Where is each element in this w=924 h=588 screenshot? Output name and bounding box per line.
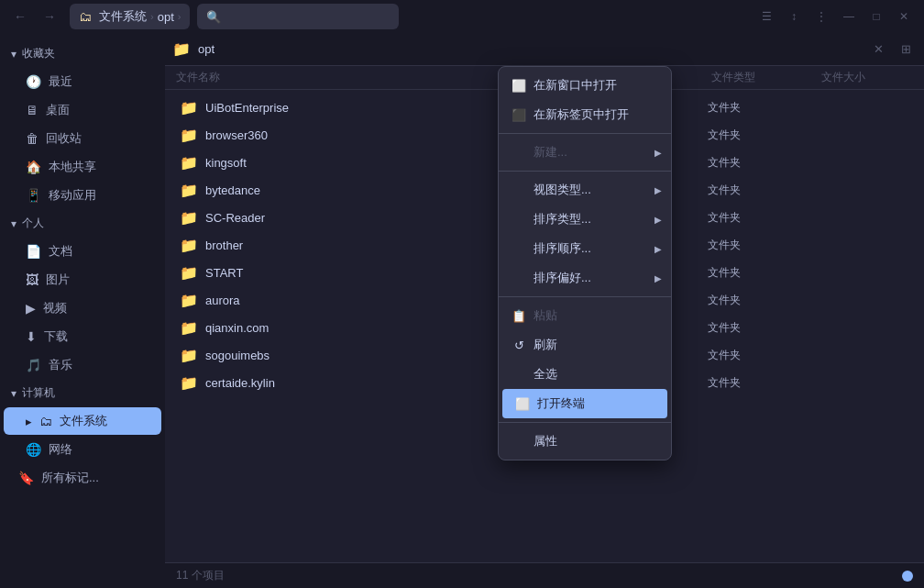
breadcrumb-filesystem[interactable]: 文件系统	[99, 8, 147, 25]
ctx-sep-4	[499, 422, 671, 423]
music-icon: 🎵	[26, 358, 41, 372]
desktop-icon: 🖥	[26, 103, 38, 117]
context-menu: ⬜ 在新窗口中打开 ⬛ 在新标签页中打开 新建... ▶ 视图类型... ▶	[498, 66, 672, 460]
folder-icon: 📁	[180, 237, 198, 254]
chevron-down-icon-computer: ▾	[11, 387, 16, 400]
breadcrumb-folder-icon: 🗂	[79, 9, 92, 24]
ctx-open-new-window[interactable]: ⬜ 在新窗口中打开	[499, 71, 671, 100]
folder-icon: 📁	[180, 347, 198, 364]
panel-folder-name: opt	[198, 42, 214, 56]
ctx-sort-order[interactable]: 排序顺序... ▶	[499, 234, 671, 263]
sidebar-item-videos[interactable]: ▶ 视频	[4, 294, 161, 322]
search-bar[interactable]: 🔍	[197, 4, 399, 29]
scroll-indicator	[902, 571, 913, 582]
document-icon: 📄	[26, 244, 41, 259]
folder-icon: 📁	[180, 127, 198, 144]
tab-icon: ⬛	[512, 108, 526, 122]
sidebar-item-filesystem[interactable]: ▸ 🗂 文件系统	[4, 407, 161, 435]
titlebar: ← → 🗂 文件系统 › opt › 🔍 ☰ ↕ ⋮ — □ ✕	[0, 0, 924, 33]
folder-icon: 📁	[180, 99, 198, 116]
ctx-sep-2	[499, 171, 671, 172]
sidebar-item-documents[interactable]: 📄 文档	[4, 238, 161, 265]
filesystem-icon: 🗂	[39, 414, 52, 428]
terminal-icon: ⬜	[515, 397, 530, 411]
sidebar-item-music[interactable]: 🎵 音乐	[4, 351, 161, 379]
breadcrumb-sep2: ›	[178, 11, 182, 22]
network-icon: 🌐	[26, 442, 41, 457]
breadcrumb-sep1: ›	[150, 11, 154, 22]
folder-icon: 📁	[180, 292, 198, 309]
titlebar-actions: ☰ ↕ ⋮ — □ ✕	[754, 4, 917, 29]
status-text: 11 个项目	[176, 568, 225, 583]
window-icon: ⬜	[512, 79, 526, 93]
folder-icon: 📁	[180, 374, 198, 392]
ctx-view-type[interactable]: 视图类型... ▶	[499, 175, 671, 205]
folder-icon: 📁	[180, 182, 198, 199]
col-type-header: 文件类型	[711, 70, 821, 85]
back-button[interactable]: ←	[7, 4, 33, 29]
folder-icon: 📁	[180, 154, 198, 172]
sidebar-item-downloads[interactable]: ⬇ 下载	[4, 323, 161, 350]
sidebar-item-pictures[interactable]: 🖼 图片	[4, 266, 161, 294]
chevron-down-icon: ▾	[11, 48, 16, 61]
ctx-refresh[interactable]: ↺ 刷新	[499, 330, 671, 360]
recent-icon: 🕐	[26, 74, 41, 89]
sidebar-item-recent[interactable]: 🕐 最近	[4, 68, 161, 95]
folder-icon: 📁	[180, 319, 198, 337]
breadcrumb-opt[interactable]: opt	[158, 10, 174, 24]
ctx-open-terminal[interactable]: ⬜ 打开终端	[502, 389, 667, 418]
file-panel-header: 📁 opt ✕ ⊞	[165, 33, 924, 66]
home-icon: 🏠	[26, 160, 41, 174]
panel-close-button[interactable]: ✕	[869, 40, 887, 59]
sidebar-item-trash[interactable]: 🗑 回收站	[4, 125, 161, 152]
ctx-select-all[interactable]: 全选	[499, 360, 671, 389]
sidebar-item-mobile[interactable]: 📱 移动应用	[4, 182, 161, 209]
ctx-new: 新建... ▶	[499, 138, 671, 167]
ctx-open-new-tab[interactable]: ⬛ 在新标签页中打开	[499, 100, 671, 129]
sidebar-item-desktop[interactable]: 🖥 桌面	[4, 96, 161, 124]
minimize-button[interactable]: —	[836, 4, 862, 29]
refresh-icon: ↺	[512, 338, 526, 352]
submenu-arrow-new: ▶	[654, 148, 662, 158]
video-icon: ▶	[26, 301, 36, 316]
main-layout: ▾ 收藏夹 🕐 最近 🖥 桌面 🗑 回收站 🏠 本地共享 📱 移动应用 ▾ 个人	[0, 33, 924, 588]
list-view-button[interactable]: ☰	[754, 4, 779, 29]
search-icon: 🔍	[206, 10, 221, 24]
panel-title-bar: 📁 opt	[172, 40, 869, 58]
submenu-arrow-view: ▶	[654, 185, 662, 195]
sidebar-item-all-bookmarks[interactable]: 🔖 所有标记...	[4, 464, 161, 492]
col-size-header: 文件大小	[821, 70, 913, 85]
sidebar-section-personal[interactable]: ▾ 个人	[0, 210, 165, 237]
sidebar-item-local-share[interactable]: 🏠 本地共享	[4, 153, 161, 181]
panel-folder-icon: 📁	[172, 40, 191, 58]
mobile-icon: 📱	[26, 188, 41, 203]
sort-button[interactable]: ↕	[781, 4, 807, 29]
ctx-paste: 📋 粘贴	[499, 301, 671, 330]
trash-icon: 🗑	[26, 131, 38, 146]
folder-icon: 📁	[180, 209, 198, 227]
close-button[interactable]: ✕	[891, 4, 917, 29]
submenu-arrow-sort-type: ▶	[654, 215, 662, 225]
grid-view-button[interactable]: ⊞	[895, 39, 917, 61]
breadcrumb[interactable]: 🗂 文件系统 › opt ›	[70, 4, 190, 29]
expand-icon: ▸	[26, 415, 32, 428]
forward-button[interactable]: →	[37, 4, 62, 29]
sidebar: ▾ 收藏夹 🕐 最近 🖥 桌面 🗑 回收站 🏠 本地共享 📱 移动应用 ▾ 个人	[0, 33, 165, 588]
ctx-properties[interactable]: 属性	[499, 427, 671, 456]
submenu-arrow-sort-pref: ▶	[654, 273, 662, 283]
sidebar-item-network[interactable]: 🌐 网络	[4, 436, 161, 463]
nav-buttons: ← →	[7, 4, 62, 29]
bookmark-icon: 🔖	[18, 471, 34, 485]
ctx-sort-type[interactable]: 排序类型... ▶	[499, 205, 671, 234]
ctx-sort-pref[interactable]: 排序偏好... ▶	[499, 263, 671, 293]
sidebar-section-collections[interactable]: ▾ 收藏夹	[0, 40, 165, 67]
sidebar-section-computer[interactable]: ▾ 计算机	[0, 380, 165, 406]
chevron-down-icon-personal: ▾	[11, 217, 16, 230]
paste-icon: 📋	[512, 309, 526, 323]
ctx-sep-3	[499, 296, 671, 297]
submenu-arrow-sort-order: ▶	[654, 244, 662, 254]
folder-icon: 📁	[180, 264, 198, 282]
maximize-button[interactable]: □	[864, 4, 889, 29]
more-button[interactable]: ⋮	[808, 4, 834, 29]
ctx-sep-1	[499, 133, 671, 134]
